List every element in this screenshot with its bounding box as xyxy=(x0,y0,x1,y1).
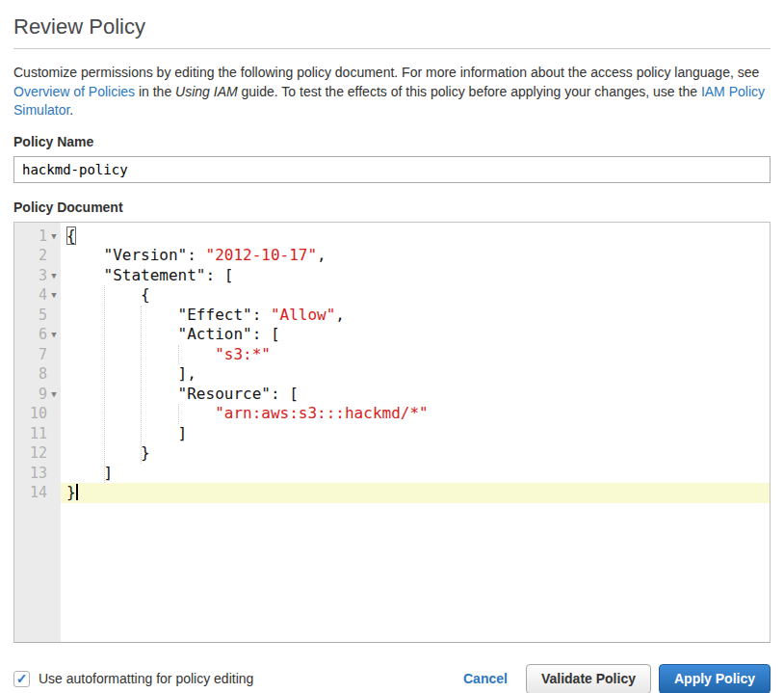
editor-gutter: 1▼2▼3▼4▼5▼6▼7▼8▼9▼10▼11▼12▼13▼14▼ xyxy=(14,223,61,642)
code-line[interactable]: { xyxy=(61,285,770,306)
autoformat-option: ✓ Use autoformatting for policy editing xyxy=(13,671,463,687)
line-number: 4 xyxy=(14,285,47,306)
code-segment-plain: ], xyxy=(66,364,196,383)
line-number: 1 xyxy=(14,227,47,247)
fold-arrow-icon[interactable]: ▼ xyxy=(47,285,61,306)
code-segment-plain: "Action": [ xyxy=(66,325,280,343)
intro-text-1: Customize permissions by editing the fol… xyxy=(13,65,759,80)
code-segment-plain: , xyxy=(317,246,327,264)
cancel-link[interactable]: Cancel xyxy=(463,671,508,686)
line-number: 13 xyxy=(14,464,47,484)
line-number: 5 xyxy=(14,306,47,326)
code-segment-plain: "Effect": xyxy=(66,306,271,324)
active-code-line[interactable]: } xyxy=(61,483,770,503)
code-line[interactable]: "Resource": [ xyxy=(61,385,770,405)
apply-policy-button[interactable]: Apply Policy xyxy=(659,664,771,693)
footer-bar: ✓ Use autoformatting for policy editing … xyxy=(13,664,771,693)
autoformat-checkbox[interactable]: ✓ xyxy=(13,671,30,687)
line-number: 2 xyxy=(14,246,47,266)
intro-text-2: in the xyxy=(135,84,175,99)
editor-code-area[interactable]: { "Version": "2012-10-17", "Statement": … xyxy=(61,223,770,642)
code-line[interactable]: ] xyxy=(61,464,770,484)
line-number: 8 xyxy=(14,364,47,385)
code-line[interactable]: } xyxy=(61,443,770,464)
code-line[interactable]: "Statement": [ xyxy=(61,266,770,286)
code-segment-plain: ] xyxy=(66,424,187,442)
fold-arrow-icon[interactable]: ▼ xyxy=(47,325,61,345)
code-segment-plain: } xyxy=(66,483,76,501)
overview-of-policies-link[interactable]: Overview of Policies xyxy=(13,84,135,99)
title-divider xyxy=(13,48,771,49)
code-line[interactable]: ], xyxy=(61,364,770,385)
code-line[interactable]: "Effect": "Allow", xyxy=(61,306,770,326)
code-segment-plain: } xyxy=(66,443,150,462)
code-segment-string: "arn:aws:s3:::hackmd/*" xyxy=(215,404,429,422)
policy-document-label: Policy Document xyxy=(13,200,771,215)
line-number: 10 xyxy=(14,404,47,424)
line-number: 12 xyxy=(14,443,47,464)
line-number: 6 xyxy=(14,325,47,345)
line-number: 7 xyxy=(14,345,47,365)
intro-text-3: guide. To test the effects of this polic… xyxy=(238,84,701,99)
code-segment-plain: "Resource": [ xyxy=(66,385,299,403)
code-line[interactable]: "Action": [ xyxy=(61,325,770,345)
line-number: 11 xyxy=(14,424,47,444)
code-segment-string: "2012-10-17" xyxy=(206,246,318,264)
policy-name-label: Policy Name xyxy=(13,134,771,149)
validate-policy-button[interactable]: Validate Policy xyxy=(526,664,651,693)
checkbox-check-icon: ✓ xyxy=(16,672,28,685)
code-segment-plain: "Version": xyxy=(66,246,206,264)
code-segment-plain: ] xyxy=(66,464,113,482)
using-iam-guide-name: Using IAM xyxy=(175,84,238,99)
policy-document-editor[interactable]: 1▼2▼3▼4▼5▼6▼7▼8▼9▼10▼11▼12▼13▼14▼ { "Ver… xyxy=(13,222,771,643)
line-number: 14 xyxy=(14,483,47,503)
intro-paragraph: Customize permissions by editing the fol… xyxy=(13,64,767,120)
line-number: 3 xyxy=(14,266,47,286)
intro-text-4: . xyxy=(69,102,73,118)
code-segment-plain: { xyxy=(66,285,150,304)
code-segment-plain xyxy=(66,404,215,422)
code-line[interactable]: "Version": "2012-10-17", xyxy=(61,246,770,266)
code-line[interactable]: ] xyxy=(61,424,770,444)
code-segment-plain: , xyxy=(335,306,345,324)
line-number: 9 xyxy=(14,385,47,405)
code-line[interactable]: "s3:*" xyxy=(61,345,770,365)
code-segment-plain xyxy=(66,345,215,363)
fold-arrow-icon[interactable]: ▼ xyxy=(47,385,61,405)
code-line[interactable]: "arn:aws:s3:::hackmd/*" xyxy=(61,404,770,424)
text-cursor xyxy=(76,484,78,500)
code-line[interactable]: { xyxy=(61,227,770,247)
code-segment-string: "Allow" xyxy=(271,306,335,324)
fold-arrow-icon[interactable]: ▼ xyxy=(47,227,61,247)
footer-actions: Cancel Validate Policy Apply Policy xyxy=(463,664,771,693)
autoformat-checkbox-label: Use autoformatting for policy editing xyxy=(39,671,253,686)
code-segment-string: "s3:*" xyxy=(215,345,271,363)
code-segment-brace: { xyxy=(66,227,76,245)
fold-arrow-icon[interactable]: ▼ xyxy=(47,266,61,286)
review-policy-page: Review Policy Customize permissions by e… xyxy=(0,14,784,693)
policy-name-input[interactable] xyxy=(13,156,771,183)
code-segment-plain: "Statement": [ xyxy=(66,266,233,284)
page-title: Review Policy xyxy=(13,14,771,40)
